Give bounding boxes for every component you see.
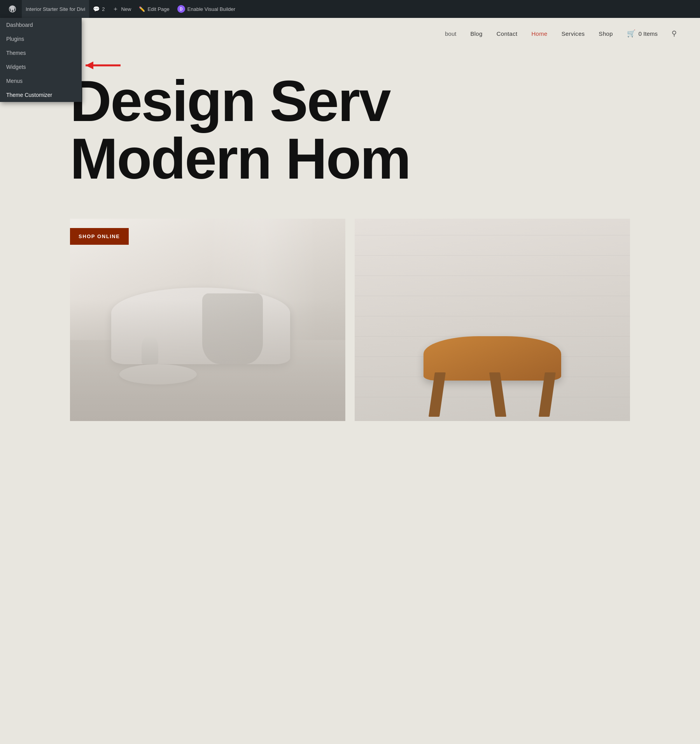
shop-online-button[interactable]: SHOP ONLINE — [70, 228, 129, 245]
widgets-label: Widgets — [6, 64, 26, 70]
wp-logo-item[interactable] — [3, 0, 22, 18]
divi-item[interactable]: D Enable Visual Builder — [173, 0, 239, 18]
sofa-image — [70, 219, 345, 421]
dropdown-item-dashboard[interactable]: Dashboard — [0, 18, 82, 32]
cart-items-label: 0 Items — [639, 30, 658, 37]
nav-partial: bout — [445, 30, 456, 37]
image-grid: SHOP ONLINE — [0, 203, 700, 437]
admin-bar: Interior Starter Site for Divi 💬 2 ＋ New… — [0, 0, 700, 18]
search-icon[interactable]: ⚲ — [672, 29, 677, 38]
edit-page-label: Edit Page — [147, 6, 169, 12]
comments-count: 2 — [102, 6, 105, 12]
appearance-dropdown: Dashboard Plugins Themes Widgets Menus T… — [0, 18, 82, 102]
pencil-icon: ✏️ — [139, 6, 145, 12]
new-label: New — [121, 6, 131, 12]
nav-cart[interactable]: 🛒 0 Items — [627, 29, 658, 38]
wp-logo — [7, 4, 18, 14]
dashboard-label: Dashboard — [6, 22, 33, 28]
dropdown-item-theme-customizer[interactable]: Theme Customizer — [0, 88, 82, 102]
plugins-label: Plugins — [6, 36, 24, 42]
dropdown-item-plugins[interactable]: Plugins — [0, 32, 82, 46]
divi-label: Enable Visual Builder — [187, 6, 235, 12]
site-content: bout Blog Contact Home Services Shop 🛒 0… — [0, 0, 700, 437]
dropdown-item-menus[interactable]: Menus — [0, 74, 82, 88]
new-item[interactable]: ＋ New — [108, 0, 135, 18]
plus-icon: ＋ — [112, 5, 119, 13]
nav-link-home[interactable]: Home — [531, 30, 547, 37]
themes-label: Themes — [6, 50, 26, 56]
sofa-image-container: SHOP ONLINE — [70, 219, 345, 421]
comments-item[interactable]: 💬 2 — [89, 0, 108, 18]
divi-icon-letter: D — [180, 7, 182, 11]
stool-image — [355, 219, 630, 421]
dropdown-item-themes[interactable]: Themes — [0, 46, 82, 60]
image-card-sofa: SHOP ONLINE — [70, 219, 345, 421]
hero-line1: Design Serv — [70, 72, 630, 130]
nav-link-services[interactable]: Services — [562, 30, 585, 37]
hero-line2: Modern Hom — [70, 130, 630, 188]
site-nav: bout Blog Contact Home Services Shop 🛒 0… — [0, 18, 700, 49]
site-name-label: Interior Starter Site for Divi — [26, 6, 85, 12]
edit-page-item[interactable]: ✏️ Edit Page — [135, 0, 173, 18]
wordpress-icon — [9, 5, 16, 12]
site-name-item[interactable]: Interior Starter Site for Divi — [22, 0, 89, 18]
divi-icon: D — [177, 5, 185, 13]
image-card-stool — [355, 219, 630, 421]
theme-customizer-label: Theme Customizer — [6, 92, 52, 98]
hero-title: Design Serv Modern Hom — [70, 72, 630, 188]
comment-icon: 💬 — [93, 6, 100, 12]
cart-icon: 🛒 — [627, 29, 635, 38]
hero-section: Design Serv Modern Hom — [0, 49, 700, 203]
nav-link-contact[interactable]: Contact — [497, 30, 518, 37]
nav-link-blog[interactable]: Blog — [470, 30, 482, 37]
stool-image-container — [355, 219, 630, 421]
nav-link-shop[interactable]: Shop — [599, 30, 613, 37]
menus-label: Menus — [6, 78, 23, 84]
dropdown-item-widgets[interactable]: Widgets — [0, 60, 82, 74]
shop-online-label: SHOP ONLINE — [79, 233, 120, 239]
